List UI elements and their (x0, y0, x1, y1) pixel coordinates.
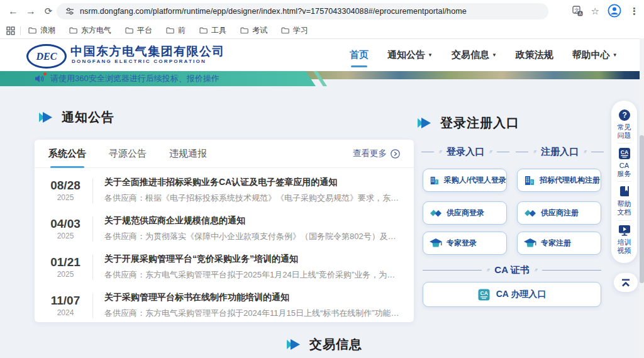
notice-title[interactable]: 关于采购管理平台标书在线制作功能培训的通知 (104, 292, 401, 303)
ca-service-button[interactable]: CA CA服务 (616, 147, 633, 178)
bidding-agency-register-button[interactable]: 招标代理机构注册 (517, 169, 601, 192)
notice-year: 2025 (46, 193, 85, 202)
svg-text:CA: CA (480, 290, 487, 296)
divider (618, 181, 631, 182)
double-arrow-icon (287, 339, 301, 350)
buyer-agent-login-button[interactable]: 采购人/代理人登录 (423, 169, 507, 192)
building-icon (524, 175, 535, 186)
notice-row[interactable]: 01/21 2025 关于开展采购管理平台“竞价采购业务”培训的通知 各供应商：… (46, 248, 401, 286)
view-more-link[interactable]: 查看更多 (353, 148, 400, 159)
tab-violation-reports[interactable]: 违规通报 (169, 148, 207, 160)
nav-notices[interactable]: 通知公告 ▼ (387, 49, 433, 61)
notice-row[interactable]: 04/03 2025 关于规范供应商企业规模信息的通知 各供应商：为贯彻落实《保… (46, 210, 401, 248)
tune-icon[interactable] (65, 7, 74, 16)
supplier-register-button[interactable]: 供应商注册 (517, 201, 601, 225)
svg-text:CA: CA (620, 149, 628, 155)
chevron-circle-icon (391, 149, 400, 159)
divider (92, 255, 93, 280)
bookmarks-bar: 浪潮 东方电气 平台 前 工具 考试 学习 (0, 23, 644, 39)
expert-login-button[interactable]: 专家登录 (423, 232, 507, 255)
translate-icon[interactable]: 文 A (572, 6, 583, 16)
question-icon: ? (618, 109, 631, 121)
bookmark-folder[interactable]: 学习 (281, 25, 308, 36)
notice-ribbon: 请使用360安全浏览器进行后续投标、报价操作 (0, 71, 316, 86)
forward-button[interactable]: → (24, 4, 38, 18)
url-text[interactable]: nsrm.dongfang.com/platform/runtime/epp/d… (80, 7, 467, 16)
back-to-top-icon (620, 278, 631, 288)
register-group-header: 〃 注册入口 〃 (516, 146, 604, 158)
folder-icon (28, 27, 36, 34)
double-arrow-icon (39, 112, 53, 123)
main-nav: 首页 通知公告 ▼ 交易信息 ▼ 政策法规 帮助中心 ▼ (350, 39, 618, 71)
divider (92, 293, 93, 318)
apps-grid-icon[interactable] (6, 26, 15, 35)
supplier-login-button[interactable]: 供应商登录 (423, 201, 507, 225)
nav-home[interactable]: 首页 (350, 49, 369, 61)
login-section-title: 登录注册入口 (418, 115, 519, 131)
graduation-cap-icon (430, 238, 442, 249)
notice-title[interactable]: 关于开展采购管理平台“竞价采购业务”培训的通知 (104, 254, 401, 265)
bookmark-star-icon[interactable]: ☆ (591, 6, 599, 16)
bookmark-folder[interactable]: 考试 (240, 25, 267, 36)
nav-trade-info[interactable]: 交易信息 ▼ (452, 49, 497, 61)
folder-icon (69, 27, 77, 34)
notification-dot (43, 72, 47, 76)
notice-tabs: 系统公告 寻源公告 违规通报 查看更多 (35, 140, 414, 168)
divider (92, 216, 93, 242)
notice-row[interactable]: 11/07 2024 关于采购管理平台标书在线制作功能培训的通知 各供应商：东方… (46, 286, 401, 325)
reload-button[interactable]: ⟳ (42, 4, 55, 18)
nav-help-center[interactable]: 帮助中心 ▼ (572, 49, 618, 61)
notice-date: 11/07 (46, 294, 85, 308)
site-header: DEC 中国东方电气集团有限公司 DONGFANG ELECTRIC CORPO… (0, 39, 644, 71)
expert-register-button[interactable]: 专家注册 (517, 232, 601, 255)
notice-summary: 各供应商：为贯彻落实《保障中小企业款项支付条例》（国务院令第802号）及《中小企… (104, 231, 401, 242)
notices-card: 系统公告 寻源公告 违规通报 查看更多 08/28 2025 关于全面推进非招标… (35, 140, 414, 322)
notice-year: 2025 (46, 270, 85, 279)
faq-button[interactable]: ? 常见问题 (616, 109, 633, 140)
help-docs-button[interactable]: 帮助文档 (616, 186, 633, 216)
notice-list: 08/28 2025 关于全面推进非招标采购业务CA认证及电子签章应用的通知 各… (35, 168, 414, 325)
svg-text:A: A (579, 11, 582, 16)
ca-badge-icon: CA (478, 289, 490, 301)
notice-year: 2025 (46, 232, 85, 240)
bookmark-folder[interactable]: 东方电气 (69, 25, 111, 36)
browser-window: ← → ⟳ nsrm.dongfang.com/platform/runtime… (0, 0, 644, 358)
bookmark-folder[interactable]: 平台 (125, 25, 152, 36)
notice-date: 04/03 (46, 217, 85, 231)
double-arrow-icon (418, 118, 431, 128)
dec-logo[interactable]: DEC (26, 44, 67, 69)
menu-dots-icon[interactable]: ⋮ (630, 6, 639, 16)
training-videos-button[interactable]: 培训视频 (616, 224, 633, 255)
ca-apply-button[interactable]: CA CA 办理入口 (423, 282, 601, 307)
chevron-down-icon: ▼ (428, 52, 433, 58)
bookmark-folder[interactable]: 工具 (199, 25, 226, 36)
trade-section-title: 交易信息 (287, 336, 362, 353)
chevron-down-icon: ▼ (492, 52, 497, 58)
address-bar[interactable]: nsrm.dongfang.com/platform/runtime/epp/d… (57, 3, 548, 20)
scrollbar-thumb[interactable] (640, 135, 644, 283)
video-icon (618, 224, 631, 237)
building-icon (430, 175, 440, 186)
tab-sourcing-notices[interactable]: 寻源公告 (109, 148, 147, 160)
back-button[interactable]: ← (6, 4, 20, 18)
tab-system-notices[interactable]: 系统公告 (48, 148, 86, 160)
floating-toolbar: ? 常见问题 CA CA服务 帮助文档 (611, 101, 637, 263)
ca-icon: CA (618, 147, 631, 160)
login-group-header: 〃 登录入口 〃 (421, 146, 509, 158)
svg-text:?: ? (622, 111, 626, 120)
profile-avatar[interactable] (608, 4, 621, 18)
bookmark-folder[interactable]: 浪潮 (28, 25, 55, 36)
notice-row[interactable]: 08/28 2025 关于全面推进非招标采购业务CA认证及电子签章应用的通知 各… (46, 171, 401, 210)
notice-year: 2024 (46, 308, 85, 317)
bookmark-folder[interactable]: 前 (166, 25, 186, 36)
notice-title[interactable]: 关于全面推进非招标采购业务CA认证及电子签章应用的通知 (104, 177, 401, 188)
notice-title[interactable]: 关于规范供应商企业规模信息的通知 (104, 215, 401, 227)
notice-date: 08/28 (46, 179, 85, 193)
nav-policies[interactable]: 政策法规 (516, 49, 553, 61)
company-name-en: DONGFANG ELECTRIC CORPORATION (72, 59, 206, 64)
help-doc-icon (618, 186, 631, 198)
speaker-icon (35, 74, 45, 83)
back-to-top-button[interactable] (614, 273, 638, 292)
folder-icon (199, 27, 208, 34)
folder-icon (125, 27, 133, 34)
